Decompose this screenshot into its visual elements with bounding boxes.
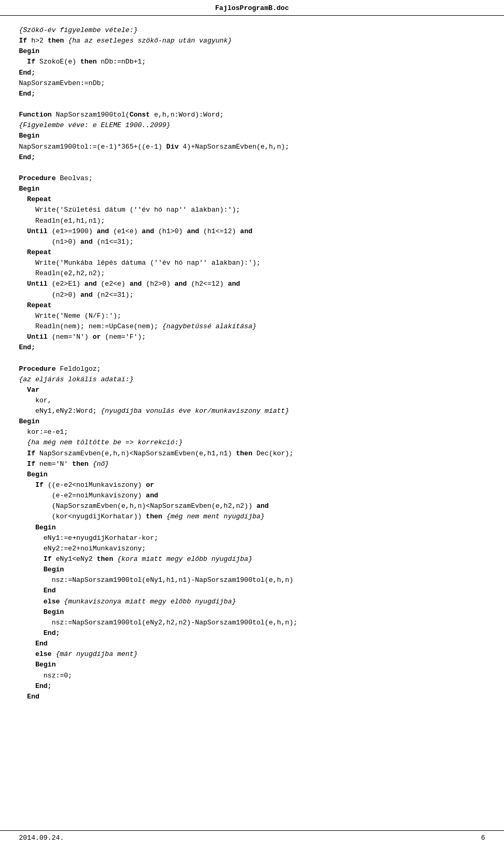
kw-begin-6: Begin: [35, 524, 56, 531]
footer: 2014.09.24. 6: [0, 830, 504, 845]
kw-if-4: If: [27, 460, 36, 468]
comment-11: {munkaviszonya miatt megy előbb nyugdíjb…: [64, 598, 236, 606]
comment-6: {nyugdíjba vonulás éve kor/munkaviszony …: [101, 407, 289, 415]
kw-and-2: and: [142, 227, 154, 235]
kw-and-5: and: [80, 238, 92, 246]
kw-then-2: then: [80, 58, 97, 66]
kw-if-2: If: [27, 58, 36, 66]
kw-and-10: and: [80, 291, 92, 299]
kw-procedure-1: Procedure: [19, 174, 56, 182]
kw-if-3: If: [27, 450, 36, 457]
kw-then-6: then: [97, 555, 113, 563]
kw-var: Var: [27, 386, 39, 394]
kw-const: Const: [130, 111, 150, 119]
kw-end-5: End: [44, 587, 56, 594]
kw-else-1: else: [44, 598, 60, 606]
kw-if-5: If: [35, 481, 44, 489]
kw-then-5: then: [146, 513, 162, 520]
kw-if-6: If: [44, 555, 52, 563]
kw-and-11: and: [146, 492, 158, 499]
kw-repeat-3: Repeat: [27, 301, 52, 309]
kw-end-1: End;: [19, 69, 35, 77]
kw-begin-5: Begin: [27, 471, 48, 478]
kw-function: Function: [19, 111, 51, 119]
kw-if-1: If: [19, 37, 27, 45]
kw-until-3: Until: [27, 333, 48, 341]
kw-begin-9: Begin: [35, 661, 56, 669]
kw-begin-2: Begin: [19, 132, 39, 140]
kw-and-12: and: [257, 502, 269, 510]
comment-4: {nagybetűssé alakítása}: [162, 322, 256, 330]
comment-10: {kora miatt megy előbb nyugdíjba}: [117, 555, 252, 563]
kw-procedure-2: Procedure: [19, 365, 56, 373]
comment-5: {az eljárás lokális adatai:}: [19, 375, 133, 383]
kw-repeat-1: Repeat: [27, 195, 52, 203]
kw-and-3: and: [187, 227, 199, 235]
comment-3: {Figyelembe véve: e ELEME 1900..2099}: [19, 121, 171, 129]
title-text: FajlosProgramB.doc: [215, 4, 289, 12]
kw-end-6: End;: [44, 629, 60, 637]
comment-7: {ha még nem töltötte be => korrekció:}: [27, 439, 183, 446]
kw-or-2: or: [146, 481, 154, 489]
kw-end-7: End: [35, 640, 47, 648]
footer-page: 6: [481, 834, 485, 842]
kw-begin-3: Begin: [19, 185, 39, 193]
kw-and-9: and: [228, 280, 240, 288]
kw-begin-1: Begin: [19, 47, 39, 55]
kw-end-2: End;: [19, 90, 35, 98]
main-content: {Szökő-év figyelembe vétele:} If h>2 the…: [0, 16, 504, 830]
comment-12: {már nyugdíjba ment}: [56, 650, 138, 658]
kw-div: Div: [166, 143, 178, 151]
kw-until-2: Until: [27, 280, 48, 288]
kw-end-9: End: [27, 693, 39, 701]
kw-and-8: and: [175, 280, 187, 288]
kw-begin-8: Begin: [44, 608, 64, 616]
kw-and-1: and: [97, 227, 109, 235]
footer-date: 2014.09.24.: [19, 834, 64, 842]
kw-end-8: End;: [35, 682, 51, 690]
kw-begin-4: Begin: [19, 418, 39, 425]
comment-1: {Szökő-év figyelembe vétele:}: [19, 26, 138, 34]
kw-end-3: End;: [19, 153, 35, 161]
kw-end-4: End;: [19, 343, 35, 351]
kw-begin-7: Begin: [44, 566, 64, 573]
kw-or: or: [92, 333, 101, 341]
kw-then-4: then: [72, 460, 88, 468]
kw-until-1: Until: [27, 227, 48, 235]
kw-and-4: and: [240, 227, 252, 235]
comment-2: {ha az esetleges szökő-nap után vagyunk}: [68, 37, 232, 45]
comment-8: {nő}: [92, 460, 109, 468]
kw-repeat-2: Repeat: [27, 248, 52, 256]
kw-then-1: then: [48, 37, 64, 45]
code-block: {Szökő-év figyelembe vétele:} If h>2 the…: [19, 25, 485, 702]
kw-and-6: and: [85, 280, 97, 288]
kw-else-2: else: [35, 650, 51, 658]
kw-then-3: then: [236, 450, 252, 457]
comment-9: {még nem ment nyugdíjba}: [166, 513, 265, 520]
kw-and-7: and: [130, 280, 142, 288]
document-title: FajlosProgramB.doc: [0, 0, 504, 16]
